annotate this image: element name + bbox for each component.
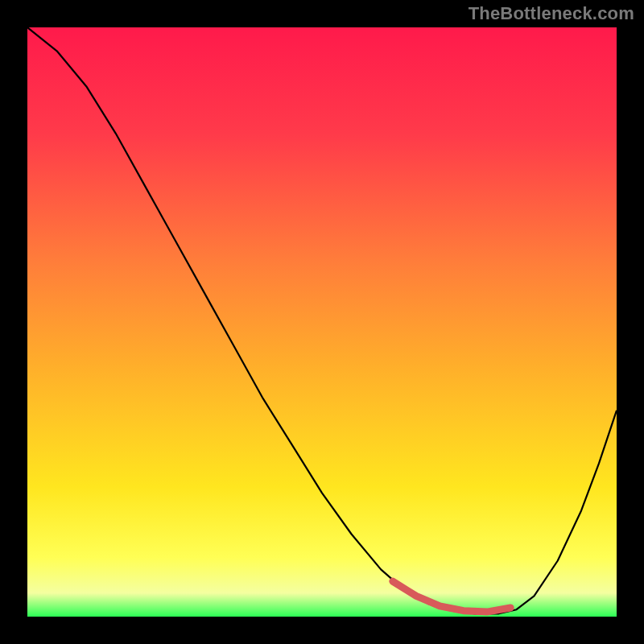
- gradient-rect: [27, 27, 617, 617]
- chart-container: TheBottleneck.com: [0, 0, 644, 644]
- watermark-text: TheBottleneck.com: [469, 3, 634, 24]
- gradient-background: [27, 27, 617, 617]
- plot-gradient-area: [27, 27, 617, 617]
